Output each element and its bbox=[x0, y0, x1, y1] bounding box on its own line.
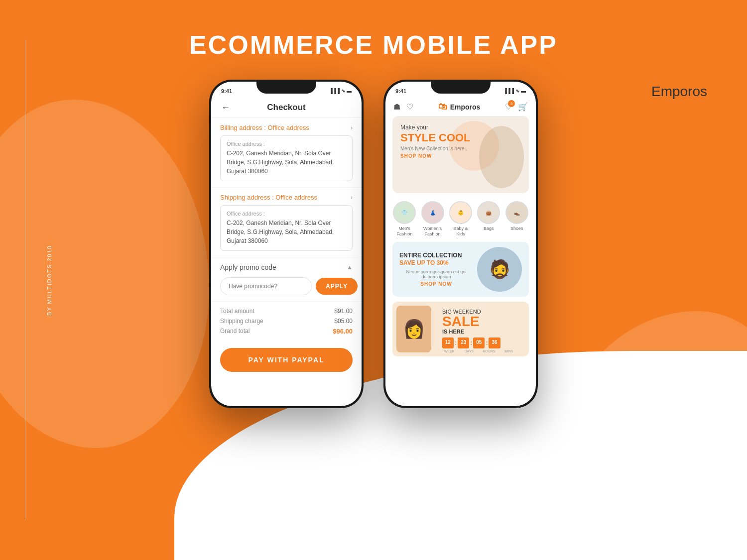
promo-apply-button[interactable]: APPLY bbox=[316, 278, 358, 295]
signal-icon: ▐▐▐ bbox=[329, 88, 340, 94]
weekend-model: 👩 bbox=[396, 306, 431, 352]
phone2-screen: 9:41 ▐▐▐ ∿ ▬ ☗ ♡ 🛍 Emporos bbox=[385, 82, 536, 406]
shipping-chevron: › bbox=[351, 194, 353, 201]
back-button[interactable]: ← bbox=[221, 103, 230, 113]
shipping-label: Shipping address : Office address bbox=[220, 194, 317, 201]
timer-sep3: : bbox=[486, 337, 488, 348]
category-kids-label: Baby &Kids bbox=[453, 226, 468, 237]
wifi-icon: ∿ bbox=[341, 88, 345, 94]
total-amount-label: Total amount bbox=[220, 308, 254, 315]
watermark: BY MULTIDOTS 2018 bbox=[46, 245, 52, 316]
weekend-text: BIG WEEKEND SALE IS HERE 12 : 23 : 05 : … bbox=[435, 302, 529, 356]
promo-section: Apply promo code ▲ APPLY bbox=[211, 257, 362, 301]
timer-mins: 36 bbox=[489, 337, 500, 348]
vertical-line bbox=[25, 40, 25, 520]
grand-total-row: Grand total $96.00 bbox=[220, 328, 353, 335]
category-mens[interactable]: 👕 Men'sFashion bbox=[393, 201, 416, 237]
category-womens-img: 👗 bbox=[421, 201, 444, 224]
phone1-time: 9:41 bbox=[221, 88, 232, 94]
timer-week: 12 bbox=[442, 337, 454, 348]
phone1-screen: 9:41 ▐▐▐ ∿ ▬ ← Checkout Billing address … bbox=[211, 82, 362, 406]
bell-icon[interactable]: ♡ bbox=[406, 102, 413, 112]
pay-button[interactable]: PAY WITH PAYPAL bbox=[220, 348, 353, 372]
shipping-charge-label: Shipping charge bbox=[220, 318, 263, 325]
shipping-charge-row: Shipping charge $05.00 bbox=[220, 318, 353, 325]
sale-text: ENTIRE COLLECTION SAVE UP TO 30% Neque p… bbox=[399, 252, 473, 287]
user-icon[interactable]: ☗ bbox=[393, 102, 400, 112]
category-shoes-img: 👞 bbox=[505, 201, 528, 224]
promo-input-row: APPLY bbox=[220, 277, 353, 295]
hero-banner: Make your STYLE COOL Men's New Collectio… bbox=[392, 116, 529, 193]
bg-blob-left bbox=[0, 100, 209, 448]
brand-name: Emporos bbox=[651, 84, 707, 100]
category-mens-img: 👕 bbox=[393, 201, 416, 224]
phone-home: 9:41 ▐▐▐ ∿ ▬ ☗ ♡ 🛍 Emporos bbox=[383, 80, 538, 408]
category-bags[interactable]: 👜 Bags bbox=[477, 201, 500, 237]
category-shoes[interactable]: 👞 Shoes bbox=[505, 201, 528, 237]
billing-box: Office address : C-202, Ganesh Meridian,… bbox=[220, 135, 353, 181]
phone2-status-icons: ▐▐▐ ∿ ▬ bbox=[503, 88, 526, 94]
page-title: ECOMMERCE MOBILE APP bbox=[0, 30, 747, 60]
home-brand: 🛍 Emporos bbox=[438, 102, 481, 112]
total-amount-row: Total amount $91.00 bbox=[220, 308, 353, 315]
sale-title: ENTIRE COLLECTION SAVE UP TO 30% bbox=[399, 252, 473, 267]
shipping-address-text: C-202, Ganesh Meridian, Nr. Sola Over Br… bbox=[227, 219, 346, 245]
home-header: ☗ ♡ 🛍 Emporos ♡ 3 🛒 bbox=[385, 98, 536, 116]
cart-icon[interactable]: 🛒 bbox=[518, 102, 528, 112]
timer-mins-label: MINS bbox=[502, 349, 516, 353]
phone2-wifi-icon: ∿ bbox=[515, 88, 519, 94]
timer-hours: 05 bbox=[473, 337, 485, 348]
phone2-battery-icon: ▬ bbox=[521, 88, 526, 94]
promo-header: Apply promo code ▲ bbox=[220, 263, 353, 271]
category-bags-img: 👜 bbox=[477, 201, 500, 224]
phone-checkout: 9:41 ▐▐▐ ∿ ▬ ← Checkout Billing address … bbox=[209, 80, 364, 408]
sale-desc: Neque porro quisquam est qui dolorem ips… bbox=[399, 269, 473, 279]
svg-rect-0 bbox=[662, 45, 697, 74]
timer-days-label: DAYS bbox=[462, 349, 476, 353]
timer-week-label: WEEK bbox=[442, 349, 456, 353]
home-brand-name: Emporos bbox=[450, 103, 481, 111]
category-shoes-label: Shoes bbox=[510, 226, 523, 231]
logo-area: Emporos bbox=[651, 30, 707, 100]
timer-sep2: : bbox=[470, 337, 472, 348]
billing-address-text: C-202, Ganesh Meridian, Nr. Sola Over Br… bbox=[227, 149, 346, 176]
billing-label-row[interactable]: Billing address : Office address › bbox=[220, 124, 353, 131]
billing-chevron: › bbox=[351, 124, 353, 131]
phones-container: 9:41 ▐▐▐ ∿ ▬ ← Checkout Billing address … bbox=[209, 80, 538, 408]
promo-code-input[interactable] bbox=[220, 277, 312, 295]
billing-label: Billing address : Office address bbox=[220, 124, 309, 131]
badge-count: 3 bbox=[508, 100, 515, 107]
promo-title: Apply promo code bbox=[220, 263, 276, 271]
shipping-charge-value: $05.00 bbox=[334, 318, 353, 325]
category-kids-img: 👶 bbox=[449, 201, 472, 224]
weekend-post: IS HERE bbox=[442, 329, 522, 335]
phone2-time: 9:41 bbox=[395, 88, 406, 94]
grand-total-label: Grand total bbox=[220, 328, 249, 335]
totals-section: Total amount $91.00 Shipping charge $05.… bbox=[211, 301, 362, 344]
heart-badge[interactable]: ♡ 3 bbox=[505, 102, 512, 112]
timer-labels: WEEK DAYS HOURS MINS bbox=[442, 349, 522, 353]
category-womens-label: Women'sFashion bbox=[423, 226, 442, 237]
phone2-signal-icon: ▐▐▐ bbox=[503, 88, 514, 94]
logo-bag-icon bbox=[654, 30, 704, 80]
category-womens[interactable]: 👗 Women'sFashion bbox=[421, 201, 444, 237]
sale-model: 🧔 bbox=[477, 247, 522, 292]
promo-toggle-icon[interactable]: ▲ bbox=[347, 264, 353, 271]
shipping-label-row[interactable]: Shipping address : Office address › bbox=[220, 194, 353, 201]
phone1-notch bbox=[256, 80, 316, 94]
home-left-icons: ☗ ♡ bbox=[393, 102, 413, 112]
category-bags-label: Bags bbox=[484, 226, 494, 231]
weekend-banner: 👩 BIG WEEKEND SALE IS HERE 12 : 23 : 05 … bbox=[392, 302, 529, 356]
shipping-box: Office address : C-202, Ganesh Meridian,… bbox=[220, 205, 353, 251]
battery-icon: ▬ bbox=[347, 88, 352, 94]
phone2-notch bbox=[431, 80, 491, 94]
grand-total-value: $96.00 bbox=[333, 328, 353, 335]
checkout-header: ← Checkout bbox=[211, 98, 362, 118]
shipping-section: Shipping address : Office address › Offi… bbox=[211, 188, 362, 257]
sale-cta[interactable]: SHOP NOW bbox=[399, 281, 473, 287]
timer-days: 23 bbox=[458, 337, 469, 348]
sale-banner: ENTIRE COLLECTION SAVE UP TO 30% Neque p… bbox=[392, 242, 529, 297]
shipping-box-label: Office address : bbox=[227, 211, 346, 217]
home-logo-icon: 🛍 bbox=[438, 102, 447, 112]
category-kids[interactable]: 👶 Baby &Kids bbox=[449, 201, 472, 237]
